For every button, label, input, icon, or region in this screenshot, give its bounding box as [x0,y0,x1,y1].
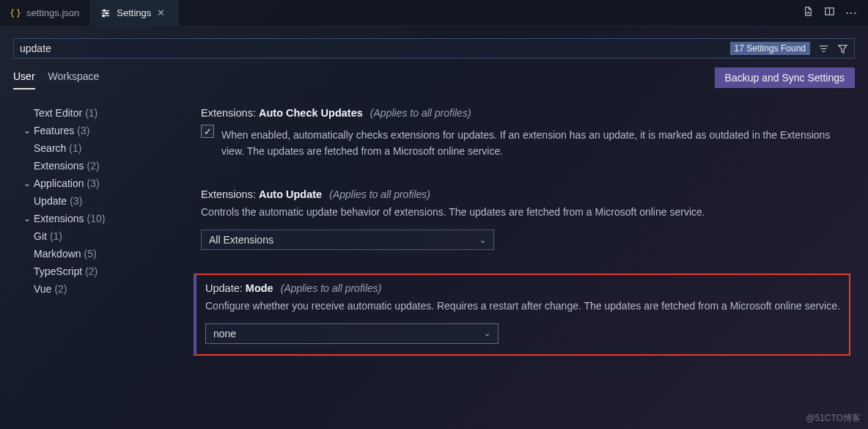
chevron-down-icon: ⌄ [21,125,34,136]
toc-item-text-editor[interactable]: Text Editor(1) [7,104,176,122]
settings-body: Text Editor(1) ⌄Features(3) Search(1) Ex… [0,101,868,429]
setting-auto-check-updates: Extensions: Auto Check Updates (Applies … [194,101,850,165]
select-value: none [213,328,236,340]
setting-description: Configure whether you receive automatic … [205,298,840,315]
setting-title: Extensions: Auto Update (Applies to all … [201,188,843,200]
setting-title: Extensions: Auto Check Updates (Applies … [201,107,843,119]
settings-toc: Text Editor(1) ⌄Features(3) Search(1) Ex… [0,101,176,429]
clear-filter-icon[interactable] [817,43,829,54]
settings-search-row: 17 Settings Found [13,38,855,59]
setting-description: Controls the automatic update behavior o… [201,205,839,221]
chevron-down-icon: ⌄ [479,235,486,245]
more-icon[interactable]: ⋯ [845,6,858,20]
results-count-badge: 17 Settings Found [730,42,810,55]
toc-item-markdown[interactable]: Markdown(5) [7,245,176,263]
settings-search-wrapper: 17 Settings Found [13,38,855,59]
toc-item-search[interactable]: Search(1) [7,139,176,157]
toc-item-extensions[interactable]: ⌄Extensions(10) [7,210,176,227]
toc-item-application[interactable]: ⌄Application(3) [7,175,176,192]
toc-item-features[interactable]: ⌄Features(3) [7,122,176,139]
settings-scopes: User Workspace [13,66,99,89]
new-file-icon[interactable] [803,6,814,20]
checkbox[interactable]: ✓ [201,125,214,138]
settings-search-input[interactable] [14,43,730,54]
tabbar-actions: ⋯ [803,6,868,20]
toc-item-git[interactable]: Git(1) [7,227,176,245]
split-editor-icon[interactable] [824,6,835,20]
sliders-icon [100,8,111,18]
chevron-down-icon: ⌄ [484,329,490,338]
tab-settings[interactable]: Settings ✕ [90,0,178,26]
watermark: @51CTO博客 [806,412,861,425]
select-value: All Extensions [209,234,273,246]
svg-point-5 [103,15,105,17]
setting-description: When enabled, automatically checks exten… [221,128,843,159]
setting-update-mode: Update: Mode (Applies to all profiles) C… [194,274,850,356]
close-icon[interactable]: ✕ [157,8,167,18]
select-update-mode[interactable]: none ⌄ [205,323,499,344]
braces-icon [10,8,21,18]
settings-scope-row: User Workspace Backup and Sync Settings [13,66,855,89]
chevron-down-icon: ⌄ [21,178,34,188]
tab-settings-json[interactable]: settings.json [0,0,90,26]
toc-item-typescript[interactable]: TypeScript(2) [7,263,176,280]
settings-content: Extensions: Auto Check Updates (Applies … [176,101,868,429]
toc-item-extensions-features[interactable]: Extensions(2) [7,157,176,175]
setting-auto-update: Extensions: Auto Update (Applies to all … [194,183,850,256]
tab-label: settings.json [26,7,79,18]
chevron-down-icon: ⌄ [21,213,34,224]
editor-tabbar: settings.json Settings ✕ ⋯ [0,0,868,26]
select-auto-update[interactable]: All Extensions ⌄ [201,230,494,250]
toc-item-update[interactable]: Update(3) [7,192,176,210]
toc-item-vue[interactable]: Vue(2) [7,280,176,298]
svg-point-3 [106,12,108,14]
backup-sync-button[interactable]: Backup and Sync Settings [715,67,855,88]
tab-label: Settings [117,7,151,18]
svg-point-1 [103,10,106,12]
scope-workspace[interactable]: Workspace [48,66,100,89]
setting-title: Update: Mode (Applies to all profiles) [205,282,840,294]
filter-icon[interactable] [836,43,848,54]
scope-user[interactable]: User [13,66,35,89]
